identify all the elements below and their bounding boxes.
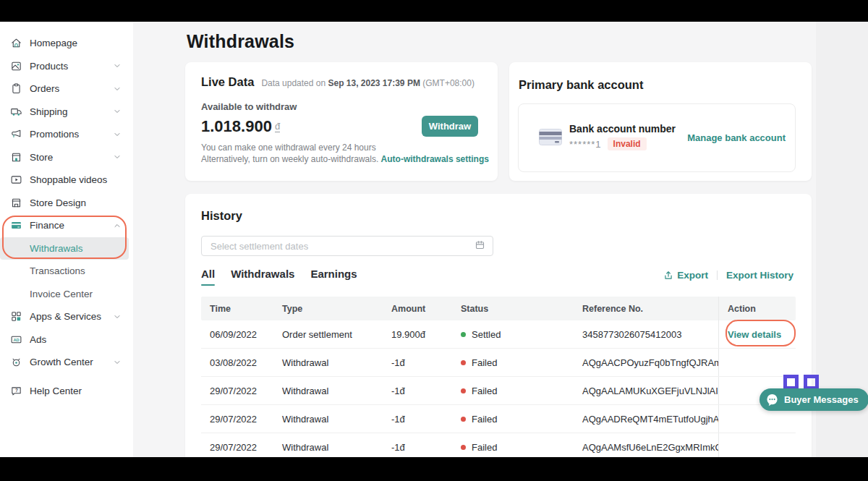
sidebar-item-withdrawals[interactable]: Withdrawals [0,237,129,260]
app-window: HomepageProductsOrdersShippingPromotions… [0,0,868,481]
view-details-link[interactable]: View details [728,329,781,340]
column-header-type: Type [273,304,383,314]
bank-account-masked: ******1 [569,139,602,150]
export-controls: Export Export History [663,270,793,281]
cell-reference: AQgAACPOyuzFq0bTngfQJRAm9Sz4D [574,357,718,368]
sidebar-item-promotions[interactable]: Promotions [0,123,129,146]
buyer-messages-button[interactable]: Buyer Messages [760,388,868,411]
bank-account-number-row: ******1 Invalid [569,137,647,150]
history-title: History [201,209,242,223]
withdrawal-note-2: Alternatively, turn on weekly auto-withd… [201,154,489,164]
status-dot-failed [461,388,466,393]
cell-amount: -1đ [383,386,452,396]
manage-bank-account-link[interactable]: Manage bank account [687,132,786,143]
tab-withdrawals[interactable]: Withdrawals [231,268,294,286]
ads-icon: AD [10,333,22,346]
promotions-icon [10,128,22,140]
video-icon [10,174,22,186]
live-data-updated: Data updated on Sep 13, 2023 17:39 PM (G… [261,78,475,88]
live-data-card: Live Data Data updated on Sep 13, 2023 1… [185,62,498,181]
cell-status: Failed [452,357,574,368]
finance-icon [10,219,22,231]
sidebar-item-finance[interactable]: Finance [0,214,129,237]
table-body: 06/09/2022Order settlement19.900đSettled… [201,320,796,457]
export-history-button[interactable]: Export History [726,270,793,281]
help-icon: ? [10,385,22,397]
sidebar-item-orders[interactable]: Orders [0,77,129,101]
sidebar-item-ads[interactable]: ADAds [0,328,129,352]
sidebar-item-homepage[interactable]: Homepage [0,32,129,55]
column-header-reference-no: Reference No. [574,304,718,314]
cell-time: 29/07/2022 [201,386,273,396]
sidebar-item-shipping[interactable]: Shipping [0,101,129,124]
sidebar-item-label: Growth Center [30,357,113,367]
table-row: 29/07/2022Withdrawal-1đFailedAQgAALAMUKu… [201,377,796,405]
chevron-up-icon [113,221,122,230]
sidebar-item-transactions[interactable]: Transactions [0,260,129,283]
table-row: 06/09/2022Order settlement19.900đSettled… [201,320,796,349]
withdraw-button[interactable]: Withdraw [422,116,478,137]
purple-grid-icon [783,375,819,390]
settlement-date-picker[interactable] [201,236,493,256]
sidebar-item-label: Withdrawals [30,243,122,254]
cell-time: 03/08/2022 [201,357,273,368]
status-dot-failed [461,417,466,422]
sidebar-item-store-design[interactable]: Store Design [0,192,129,215]
auto-withdrawals-settings-link[interactable]: Auto-withdrawals settings [381,154,489,164]
live-data-header: Live Data Data updated on Sep 13, 2023 1… [201,75,475,89]
calendar-icon[interactable] [475,239,485,253]
cell-status: Failed [452,386,574,396]
chevron-down-icon [113,130,122,139]
table-header-row: TimeTypeAmountStatusReference No.Action [201,297,796,320]
export-button[interactable]: Export [663,270,708,281]
bank-account-box: Bank account number ******1 Invalid Mana… [518,103,796,172]
home-icon [10,37,22,49]
sidebar-item-label: Transactions [30,265,122,276]
cell-status: Failed [452,414,574,425]
bank-card-title: Primary bank account [519,78,643,92]
sidebar-item-invoice-center[interactable]: Invoice Center [0,283,129,306]
sidebar-item-growth-center[interactable]: Growth Center [0,351,129,374]
available-to-withdraw-label: Available to withdraw [201,101,297,112]
cell-time: 06/09/2022 [201,329,273,340]
primary-bank-account-card: Primary bank account Bank account number… [509,62,812,181]
cell-time: 29/07/2022 [201,414,273,425]
sidebar-item-products[interactable]: Products [0,55,129,78]
cell-amount: 19.900đ [383,329,452,340]
table-row: 29/07/2022Withdrawal-1đFailedAQgAADReQMT… [201,405,796,433]
tab-earnings[interactable]: Earnings [310,268,357,286]
history-card: History AllWithdrawalsEarnings Export [185,194,812,457]
live-data-title: Live Data [201,75,254,89]
sidebar-item-label: Promotions [30,129,113,140]
cell-action: View details [718,320,796,348]
tab-all[interactable]: All [201,268,215,286]
sidebar-item-store[interactable]: Store [0,146,129,169]
chevron-down-icon [113,107,122,116]
svg-text:AD: AD [13,337,19,341]
sidebar-item-shoppable-videos[interactable]: Shoppable videos [0,169,129,192]
sidebar-item-apps-services[interactable]: Apps & Services [0,305,129,328]
status-dot-failed [461,360,466,365]
bank-account-number-label: Bank account number [569,123,676,135]
store-design-icon [10,197,22,209]
sidebar-item-label: Store [30,152,113,163]
bank-card-icon [539,129,562,148]
sidebar-item-label: Store Design [30,197,122,208]
cell-reference: AQgAAMsfU6eLnE2GgxMRImkCZGsD [574,442,718,453]
orders-icon [10,82,22,95]
column-header-action: Action [718,297,796,320]
sidebar: HomepageProductsOrdersShippingPromotions… [0,22,133,457]
chevron-down-icon [113,153,122,161]
status-dot-failed [461,445,466,450]
sidebar-item-label: Orders [30,83,113,94]
buyer-messages-label: Buyer Messages [784,394,859,405]
products-icon [10,60,22,72]
chevron-down-icon [113,312,122,321]
cell-amount: -1đ [383,414,452,425]
cell-reference: 3458773026075412003 [574,329,718,340]
settlement-date-input[interactable] [209,240,475,252]
cell-type: Withdrawal [273,386,383,396]
cell-status: Failed [452,442,574,453]
sidebar-item-help-center[interactable]: ?Help Center [0,380,129,403]
available-amount: 1.018.900đ [201,117,280,136]
